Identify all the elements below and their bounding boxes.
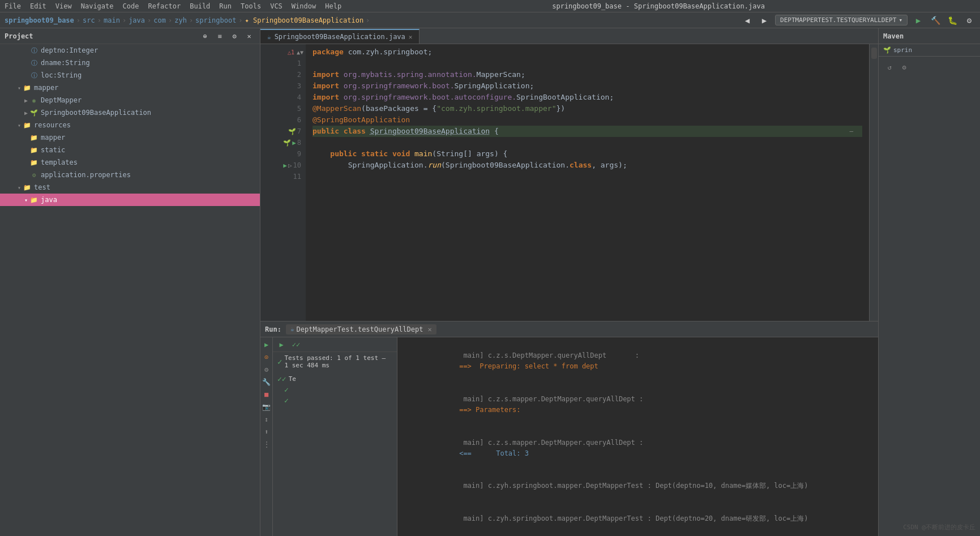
build-button[interactable]: 🔨 — [929, 14, 942, 27]
test-pass-icon: ✓ — [277, 357, 282, 366]
tree-item-templates[interactable]: 📁 templates — [0, 156, 260, 169]
tree-item-static[interactable]: 📁 static — [0, 144, 260, 156]
run-tab[interactable]: ☕ DeptMapperTest.testQueryAllDept ✕ — [286, 324, 436, 335]
menu-bar[interactable]: File Edit View Navigate Code Refactor Bu… — [5, 2, 341, 10]
info-icon-3: ⓘ — [29, 71, 38, 80]
tab-close-button[interactable]: ✕ — [409, 33, 413, 41]
back-button[interactable]: ◀ — [741, 14, 754, 27]
code-line-11: SpringApplication. run (Springboot09Base… — [313, 160, 862, 171]
menu-navigate[interactable]: Navigate — [81, 2, 114, 10]
run-gutter-8[interactable]: ▶ — [292, 139, 296, 147]
sidebar-close-button[interactable]: ✕ — [243, 30, 255, 42]
expand-arrow-test[interactable]: ▾ — [16, 185, 23, 191]
maven-settings-button[interactable]: ⚙ — [898, 61, 910, 74]
tree-item-resources[interactable]: ▾ 📁 resources — [0, 119, 260, 131]
camera-side-button[interactable]: 📷 — [262, 402, 272, 412]
project-sidebar: Project ⊕ ≡ ⚙ ✕ ⓘ deptno:Integer ⓘ dname… — [0, 28, 260, 536]
menu-run[interactable]: Run — [219, 2, 232, 10]
output-line-2: main] c.z.s.mapper.DeptMapper.queryAllDe… — [402, 427, 874, 470]
test-check-button[interactable]: ✓✓ — [290, 338, 302, 351]
info-icon-2: ⓘ — [29, 58, 38, 67]
tree-item-properties[interactable]: ⚙ application.properties — [0, 169, 260, 181]
sidebar-scope-button[interactable]: ⊕ — [199, 30, 211, 42]
test-run-button[interactable]: ▶ — [275, 338, 288, 351]
run-button[interactable]: ▶ — [912, 14, 925, 27]
expand-arrow-mapper[interactable]: ▾ — [16, 85, 23, 91]
code-content[interactable]: package com.zyh.springboot; import org.m… — [306, 44, 869, 321]
tree-label-mapper-res: mapper — [41, 134, 65, 141]
fold-indicator: — — [849, 127, 853, 136]
stop-side-button[interactable]: ■ — [262, 389, 272, 400]
tree-item-deptno[interactable]: ⓘ deptno:Integer — [0, 44, 260, 57]
menu-file[interactable]: File — [5, 2, 21, 10]
run-config-selector[interactable]: DEPTMAPPERTEST.TESTQUERYALLDEPT ▾ — [775, 15, 908, 25]
target-side-button[interactable]: ⊙ — [262, 352, 272, 362]
menu-code[interactable]: Code — [123, 2, 139, 10]
menu-build[interactable]: Build — [190, 2, 210, 10]
run-config-dropdown-icon[interactable]: ▾ — [898, 16, 902, 24]
breadcrumb-main[interactable]: main — [104, 16, 120, 24]
breadcrumb-springboot[interactable]: springboot — [195, 16, 236, 24]
maven-refresh-button[interactable]: ↺ — [883, 61, 896, 74]
breadcrumb-java[interactable]: java — [129, 16, 145, 24]
editor-tab-springboot-app[interactable]: ☕ Springboot09BaseApplication.java ✕ — [260, 29, 420, 44]
code-line-1: package com.zyh.springboot; — [313, 46, 862, 58]
filter-side-button[interactable]: 🔧 — [262, 377, 272, 387]
more-side-button[interactable]: ⋮ — [262, 439, 272, 449]
run-config-name: DEPTMAPPERTEST.TESTQUERYALLDEPT — [780, 16, 896, 24]
check-icon-single: ✓ — [284, 385, 289, 394]
play-side-button[interactable]: ▶ — [262, 340, 272, 350]
debug-button[interactable]: 🐛 — [946, 14, 958, 27]
tree-item-dname[interactable]: ⓘ dname:String — [0, 57, 260, 69]
sidebar-gear-button[interactable]: ⚙ — [228, 30, 241, 42]
forward-button[interactable]: ▶ — [758, 14, 771, 27]
breadcrumb-src[interactable]: src — [83, 16, 95, 24]
tab-name: Springboot09BaseApplication.java — [275, 33, 405, 41]
menu-refactor[interactable]: Refactor — [148, 2, 181, 10]
breadcrumb-class[interactable]: ✦ Springboot09BaseApplication — [245, 16, 364, 24]
tree-item-dept-mapper[interactable]: ▶ ◉ DeptMapper — [0, 94, 260, 106]
sidebar-collapse-button[interactable]: ≡ — [213, 30, 226, 42]
maven-project-item[interactable]: 🌱 sprin — [879, 44, 980, 57]
fold-gutter-10[interactable]: ▷ — [288, 162, 292, 169]
breadcrumb-project[interactable]: springboot09_base — [5, 16, 74, 24]
menu-help[interactable]: Help — [325, 2, 341, 10]
expand-arrow-java[interactable]: ▾ — [23, 197, 29, 203]
spring-icon: 🌱 — [29, 108, 38, 117]
sort-side-button[interactable]: ↕ — [262, 414, 272, 424]
breadcrumb-com[interactable]: com — [153, 16, 166, 24]
navigation-bar: springboot09_base › src › main › java › … — [0, 12, 980, 28]
config-side-button[interactable]: ⚙ — [262, 365, 272, 375]
menu-edit[interactable]: Edit — [30, 2, 46, 10]
breadcrumb-zyh[interactable]: zyh — [174, 16, 187, 24]
tree-label-java: java — [41, 196, 57, 204]
output-text[interactable]: main] c.z.s.DeptMapper.queryAllDept : ==… — [397, 337, 878, 536]
test-tree-item-detail[interactable]: ✓ — [275, 395, 395, 406]
expand-arrow-spring[interactable]: ▶ — [23, 110, 29, 116]
menu-tools[interactable]: Tools — [241, 2, 261, 10]
info-icon: ⓘ — [29, 46, 38, 55]
menu-view[interactable]: View — [55, 2, 72, 10]
tree-item-mapper-res[interactable]: 📁 mapper — [0, 131, 260, 144]
title-bar: File Edit View Navigate Code Refactor Bu… — [0, 0, 980, 12]
tree-label-properties: application.properties — [41, 171, 131, 179]
run-gutter-10[interactable]: ▶ — [283, 162, 287, 169]
tree-item-spring-app[interactable]: ▶ 🌱 Springboot09BaseApplication — [0, 106, 260, 119]
test-tree-item-single[interactable]: ✓ — [275, 384, 395, 395]
watermark: CSDN @不断前进的皮卡丘 — [903, 523, 975, 531]
expand-side-button[interactable]: ⬆ — [262, 427, 272, 437]
test-tree-item-all[interactable]: ✓✓ Te — [275, 374, 395, 384]
expand-arrow-dept[interactable]: ▶ — [23, 97, 29, 104]
settings-button[interactable]: ⚙ — [963, 14, 975, 27]
expand-arrow-resources[interactable]: ▾ — [16, 122, 23, 128]
tree-item-test[interactable]: ▾ 📁 test — [0, 181, 260, 194]
run-tab-close[interactable]: ✕ — [428, 325, 432, 333]
menu-window[interactable]: Window — [292, 2, 316, 10]
test-tree: ✓✓ Te ✓ ✓ — [273, 371, 397, 536]
tree-item-mapper-folder[interactable]: ▾ 📁 mapper — [0, 82, 260, 94]
menu-vcs[interactable]: VCS — [270, 2, 283, 10]
tree-item-java[interactable]: ▾ 📁 java — [0, 194, 260, 206]
tree-item-loc[interactable]: ⓘ loc:String — [0, 69, 260, 82]
scroll-thumb[interactable] — [871, 48, 877, 59]
code-line-3: import org.mybatis.spring.annotation. Ma… — [313, 69, 862, 80]
